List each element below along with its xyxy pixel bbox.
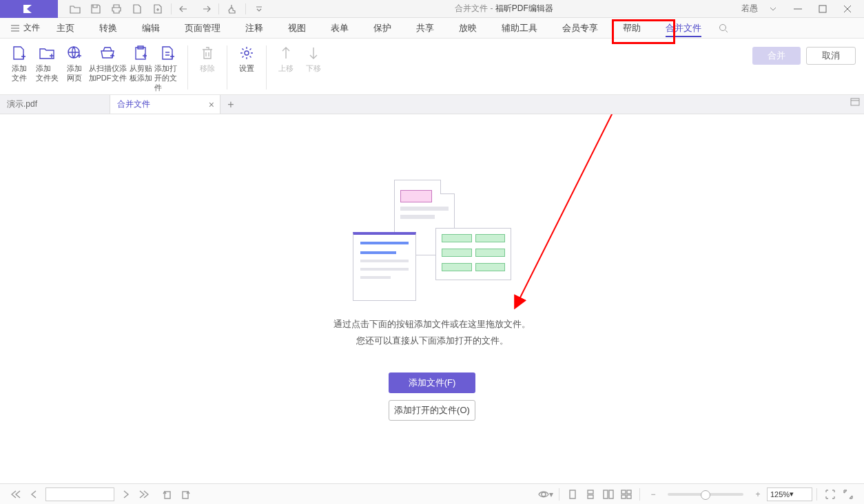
- status-bar: ▾ − + 125% ▾: [0, 483, 864, 504]
- menu-share[interactable]: 共享: [404, 18, 446, 39]
- quick-access-toolbar: [58, 0, 269, 18]
- menu-help[interactable]: 帮助: [610, 18, 653, 39]
- tab-merge-files[interactable]: 合并文件 ×: [110, 95, 220, 114]
- fullscreen-icon[interactable]: [839, 485, 857, 503]
- menu-edit[interactable]: 编辑: [130, 18, 172, 39]
- svg-rect-13: [588, 495, 593, 498]
- add-open-files-main-button[interactable]: 添加打开的文件(O): [389, 400, 475, 421]
- menu-merge-files[interactable]: 合并文件: [653, 18, 714, 39]
- user-dropdown-icon[interactable]: [761, 0, 785, 18]
- merge-button: 合并: [752, 47, 801, 65]
- continuous-icon[interactable]: [582, 485, 599, 503]
- settings-button[interactable]: 设置: [233, 43, 260, 74]
- svg-rect-15: [609, 490, 613, 498]
- zoom-slider[interactable]: [668, 493, 743, 496]
- ribbon-toolbar: 添加 文件 添加 文件夹 添加 网页 从扫描仪添 加PDF文件 从剪贴 板添加 …: [0, 39, 864, 95]
- fit-width-icon[interactable]: [821, 485, 839, 503]
- read-mode-icon[interactable]: ▾: [537, 485, 555, 503]
- svg-rect-0: [819, 6, 826, 12]
- app-logo[interactable]: [0, 0, 58, 18]
- menu-view[interactable]: 视图: [276, 18, 318, 39]
- user-name[interactable]: 若愚: [739, 3, 761, 14]
- zoom-value[interactable]: 125% ▾: [767, 487, 812, 501]
- hint-text: 通过点击下面的按钮添加文件或在这里拖放文件。 您还可以直接从下面添加打开的文件。: [333, 316, 531, 349]
- svg-rect-14: [604, 490, 608, 498]
- add-files-button[interactable]: 添加文件(F): [389, 372, 475, 393]
- document-tabs: 演示.pdf 合并文件 × +: [0, 95, 864, 114]
- svg-rect-16: [621, 490, 626, 494]
- qat-dropdown-icon[interactable]: [249, 0, 269, 18]
- svg-rect-11: [570, 490, 575, 498]
- svg-line-7: [515, 114, 639, 307]
- open-icon[interactable]: [65, 0, 85, 18]
- zoom-out-icon[interactable]: −: [644, 485, 662, 503]
- empty-state-illustration: [353, 180, 511, 304]
- search-icon[interactable]: [714, 23, 733, 33]
- svg-rect-19: [627, 495, 631, 498]
- add-open-files-button[interactable]: 添加打 开的文件: [154, 43, 182, 94]
- add-webpage-button[interactable]: 添加 网页: [61, 43, 88, 84]
- menu-bar: 文件 主页 转换 编辑 页面管理 注释 视图 表单 保护 共享 放映 辅助工具 …: [0, 18, 864, 39]
- cancel-button[interactable]: 取消: [806, 47, 856, 65]
- tab-demo-pdf[interactable]: 演示.pdf: [0, 95, 110, 114]
- menu-form[interactable]: 表单: [318, 18, 361, 39]
- page-add-icon[interactable]: [147, 0, 168, 18]
- add-from-clipboard-button[interactable]: 从剪贴 板添加: [127, 43, 154, 84]
- menu-home[interactable]: 主页: [44, 18, 87, 39]
- page-number-input[interactable]: [45, 487, 114, 501]
- merge-drop-zone[interactable]: 通过点击下面的按钮添加文件或在这里拖放文件。 您还可以直接从下面添加打开的文件。…: [0, 114, 864, 486]
- svg-point-10: [542, 492, 546, 496]
- menu-accessibility[interactable]: 辅助工具: [489, 18, 550, 39]
- doc-title: 合并文件: [455, 3, 488, 13]
- minimize-icon[interactable]: [785, 0, 810, 18]
- file-menu-label: 文件: [23, 22, 40, 34]
- menu-protect[interactable]: 保护: [361, 18, 404, 39]
- app-title: 福昕PDF编辑器: [495, 3, 553, 13]
- next-page-icon[interactable]: [117, 485, 135, 503]
- prev-page-icon[interactable]: [25, 485, 43, 503]
- svg-rect-12: [588, 490, 593, 494]
- menu-slideshow[interactable]: 放映: [446, 18, 489, 39]
- remove-button: 移除: [194, 43, 221, 74]
- save-icon[interactable]: [85, 0, 106, 18]
- zoom-in-icon[interactable]: +: [749, 485, 767, 503]
- svg-rect-18: [621, 495, 626, 498]
- print-icon[interactable]: [106, 0, 127, 18]
- menu-vip[interactable]: 会员专享: [550, 18, 610, 39]
- rotate-right-icon[interactable]: [176, 485, 194, 503]
- add-file-button[interactable]: 添加 文件: [6, 43, 33, 84]
- move-up-button: 上移: [272, 43, 300, 74]
- undo-icon[interactable]: [174, 0, 195, 18]
- add-from-scanner-button[interactable]: 从扫描仪添 加PDF文件: [88, 43, 127, 84]
- title-bar: 合并文件 - 福昕PDF编辑器 若愚: [0, 0, 864, 18]
- touch-icon[interactable]: [222, 0, 243, 18]
- page-icon[interactable]: [127, 0, 147, 18]
- svg-point-1: [720, 24, 726, 30]
- continuous-facing-icon[interactable]: [617, 485, 635, 503]
- rotate-left-icon[interactable]: [158, 485, 176, 503]
- menu-page-manage[interactable]: 页面管理: [172, 18, 233, 39]
- svg-rect-17: [627, 490, 631, 494]
- svg-rect-6: [851, 98, 859, 105]
- window-title: 合并文件 - 福昕PDF编辑器: [269, 3, 739, 14]
- svg-point-5: [245, 51, 249, 55]
- menu-annotate[interactable]: 注释: [233, 18, 276, 39]
- file-menu[interactable]: 文件: [7, 22, 44, 34]
- close-icon[interactable]: [835, 0, 860, 18]
- move-down-button: 下移: [300, 43, 327, 74]
- last-page-icon[interactable]: [135, 485, 153, 503]
- menu-convert[interactable]: 转换: [87, 18, 130, 39]
- maximize-icon[interactable]: [810, 0, 835, 18]
- first-page-icon[interactable]: [7, 485, 25, 503]
- new-tab-button[interactable]: +: [220, 95, 241, 114]
- facing-icon[interactable]: [599, 485, 617, 503]
- add-folder-button[interactable]: 添加 文件夹: [33, 43, 61, 84]
- tab-close-icon[interactable]: ×: [209, 99, 214, 110]
- tab-options-icon[interactable]: [850, 98, 860, 108]
- single-page-icon[interactable]: [564, 485, 582, 503]
- redo-icon[interactable]: [195, 0, 216, 18]
